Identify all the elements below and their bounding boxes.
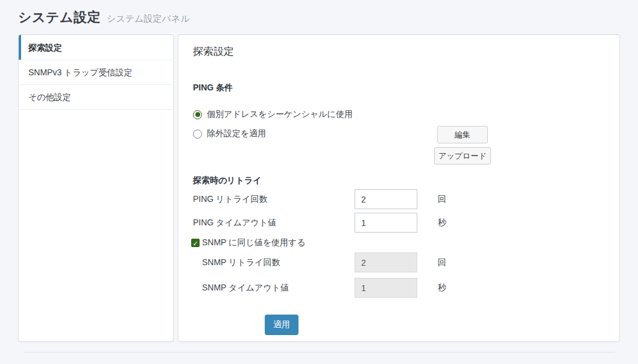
snmp-same-value-checkbox-row[interactable]: SNMP に同じ値を使用する xyxy=(191,238,306,248)
settings-sidebar: 探索設定 SNMPv3 トラップ受信設定 その他設定 xyxy=(18,34,174,342)
apply-button[interactable]: 適用 xyxy=(265,315,298,335)
unit-label: 秒 xyxy=(438,283,446,293)
snmp-retry-label: SNMP リトライ回数 xyxy=(202,257,280,268)
radio-icon[interactable] xyxy=(193,110,202,119)
sidebar-item-label: その他設定 xyxy=(28,92,71,102)
snmp-retry-input xyxy=(355,253,417,272)
ping-retry-label: PING リトライ回数 xyxy=(193,194,267,205)
footer-divider xyxy=(24,352,615,353)
system-settings-screen: システム設定 システム設定パネル 探索設定 SNMPv3 トラップ受信設定 その… xyxy=(0,0,638,364)
ping-timeout-row: PING タイムアウト値 秒 xyxy=(193,213,605,233)
edit-button[interactable]: 編集 xyxy=(437,126,488,143)
sidebar-item-other-settings[interactable]: その他設定 xyxy=(19,85,173,110)
radio-option-sequential-addresses[interactable]: 個別アドレスをシーケンシャルに使用 xyxy=(193,108,353,121)
discovery-retry-section-title: 探索時のリトライ xyxy=(193,175,262,186)
panel-heading: 探索設定 xyxy=(193,45,234,58)
page-title: システム設定 xyxy=(18,8,101,27)
unit-label: 秒 xyxy=(438,218,446,228)
page-header: システム設定 システム設定パネル xyxy=(18,8,190,27)
radio-label: 個別アドレスをシーケンシャルに使用 xyxy=(207,109,353,120)
exclusion-buttons: 編集 アップロード xyxy=(434,126,491,165)
sidebar-item-discovery-settings[interactable]: 探索設定 xyxy=(19,35,173,60)
discovery-settings-panel: 探索設定 PING 条件 個別アドレスをシーケンシャルに使用 除外設定を適用 編… xyxy=(178,34,620,342)
snmp-timeout-row: SNMP タイムアウト値 秒 xyxy=(193,278,605,298)
checkbox-icon[interactable] xyxy=(191,239,200,247)
ping-retry-row: PING リトライ回数 回 xyxy=(193,189,605,210)
upload-button[interactable]: アップロード xyxy=(434,147,491,165)
snmp-timeout-label: SNMP タイムアウト値 xyxy=(202,283,289,293)
ping-conditions-section-title: PING 条件 xyxy=(193,83,233,93)
snmp-retry-row: SNMP リトライ回数 回 xyxy=(193,253,605,273)
snmp-timeout-input xyxy=(355,278,417,298)
unit-label: 回 xyxy=(438,257,446,268)
sidebar-item-label: SNMPv3 トラップ受信設定 xyxy=(28,67,132,77)
checkbox-label: SNMP に同じ値を使用する xyxy=(202,237,306,248)
radio-label: 除外設定を適用 xyxy=(207,128,266,139)
sidebar-item-snmpv3-trap-settings[interactable]: SNMPv3 トラップ受信設定 xyxy=(19,60,173,85)
radio-option-apply-exclusion[interactable]: 除外設定を適用 xyxy=(193,128,266,140)
sidebar-item-label: 探索設定 xyxy=(28,43,62,52)
page-subtitle: システム設定パネル xyxy=(107,13,189,25)
ping-timeout-input[interactable] xyxy=(355,213,417,233)
ping-timeout-label: PING タイムアウト値 xyxy=(193,218,276,228)
unit-label: 回 xyxy=(438,194,446,205)
ping-retry-input[interactable] xyxy=(355,189,417,209)
radio-icon[interactable] xyxy=(193,130,202,139)
